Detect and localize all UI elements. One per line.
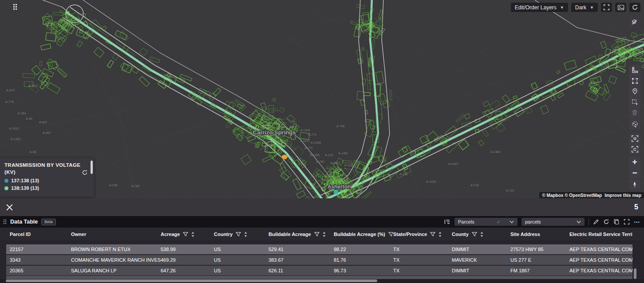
col-header-country[interactable]: Country (214, 232, 269, 237)
layers-clear-button[interactable] (628, 16, 640, 28)
parcel-code-label: A-919 (277, 126, 285, 129)
selected-feature-dot[interactable] (282, 155, 288, 159)
col-header-parcel-id[interactable]: Parcel ID (10, 232, 71, 237)
table-row[interactable]: 3343 COMANCHE MAVERICK RANCH INVESTMENTS… (6, 255, 632, 265)
measure-button[interactable] (629, 65, 640, 75)
cell-acreage: 647.26 (161, 268, 214, 273)
filter-icon[interactable] (472, 232, 477, 237)
parcel-code-label: A-973 (6, 89, 15, 92)
delete-selection-button[interactable] (629, 107, 640, 118)
reset-view-button[interactable] (629, 144, 640, 154)
sort-icon[interactable] (480, 232, 483, 237)
parcel-code-label: A-716 (470, 184, 479, 187)
drop-pin-button[interactable] (629, 86, 640, 97)
parcel-code-label: A-771 (304, 146, 313, 149)
table-row-partial[interactable] (6, 276, 632, 279)
drag-handle-icon[interactable] (4, 220, 6, 224)
lasso-icon (631, 121, 639, 128)
horizontal-scrollbar-thumb[interactable] (6, 279, 377, 282)
filter-icon[interactable] (388, 232, 393, 237)
table-row[interactable]: 20365 SALUGA RANCH LP 647.26 US 626.11 9… (6, 266, 632, 275)
parcel-code-label: A-760 (316, 160, 324, 163)
legend-refresh-button[interactable] (82, 169, 88, 177)
edit-order-layers-dropdown[interactable]: Edit/Order Layers ▼ (511, 3, 568, 12)
parcel-code-label: A-1306 (300, 129, 310, 132)
parcel-code-label: A-40 (26, 117, 32, 120)
cell-county: DIMMIT (452, 268, 510, 273)
col-header-owner[interactable]: Owner (71, 232, 161, 237)
cell-territory: AEP TEXAS CENTRAL COMPANY/RIO (569, 257, 632, 263)
cell-parcel-id: 22157 (10, 247, 71, 252)
fullscreen-button[interactable] (601, 3, 612, 12)
col-header-state[interactable]: State/Province (393, 232, 452, 237)
map-canvas[interactable]: A-973A-1017A-776A-364A-40A-847A-1413A-96… (0, 0, 644, 198)
legend-item-label: 137:138 (13) (11, 178, 39, 183)
sort-icon[interactable] (323, 232, 326, 237)
lasso-select-button[interactable] (629, 119, 640, 130)
town-dot[interactable] (334, 190, 339, 195)
ellipsis-icon: ⋯ (634, 220, 640, 224)
center-focus-icon (631, 135, 639, 142)
parcel-code-label: A-782 (131, 185, 140, 188)
map-style-dropdown[interactable]: Dark ▼ (571, 3, 598, 12)
col-header-acreage[interactable]: Acreage (161, 232, 214, 237)
more-options-button[interactable]: ⋯ (634, 220, 640, 224)
col-header-site-address[interactable]: Site Address (510, 232, 569, 237)
drag-handle-icon[interactable] (13, 4, 17, 10)
map-toolbar: Edit/Order Layers ▼ Dark ▼ (511, 3, 640, 12)
layer-select-value: Parcels (458, 219, 494, 224)
table-header-row: Parcel ID Owner Acreage Country Buildabl… (0, 228, 644, 241)
filter-icon[interactable] (314, 232, 320, 237)
parcel-code-label: A-773 (308, 133, 316, 136)
cell-buildable-acreage-pct: 81.76 (334, 257, 393, 263)
polygon-select-button[interactable] (629, 97, 640, 107)
refresh-map-button[interactable] (629, 3, 640, 12)
col-header-buildable-acreage[interactable]: Buildable Acreage (269, 232, 334, 237)
vertical-scrollbar-thumb[interactable] (634, 268, 636, 279)
col-header-county[interactable]: County (452, 232, 510, 237)
sort-icon[interactable] (191, 232, 194, 237)
screenshot-button[interactable] (615, 3, 626, 12)
cell-site-address: US 277 E (510, 257, 569, 263)
rectangle-select-button[interactable] (629, 75, 640, 86)
filter-icon[interactable] (430, 232, 435, 237)
copy-table-button[interactable] (613, 219, 620, 225)
filter-list-button[interactable] (444, 219, 450, 225)
cell-county: DIMMIT (452, 247, 510, 252)
close-button[interactable] (6, 204, 13, 211)
parcel-code-label: A-1447 (448, 162, 458, 165)
cell-territory: AEP TEXAS CENTRAL COMPANY/MED (569, 247, 632, 252)
layer-select-dropdown[interactable]: Parcels ✓ (454, 218, 518, 226)
filter-icon[interactable] (183, 232, 188, 237)
col-header-buildable-acreage-pct[interactable]: Buildable Acreage (%) (334, 232, 393, 237)
legend-item[interactable]: 138:139 (13) (4, 185, 81, 191)
table-row[interactable]: 22157 BROWN ROBERT N ETUX 538.99 US 529.… (6, 244, 632, 254)
compass-button[interactable] (629, 179, 640, 190)
table-select-dropdown[interactable]: parcels (522, 218, 585, 226)
zoom-in-button[interactable]: + (629, 156, 640, 167)
plus-icon: + (632, 157, 637, 167)
cell-country: US (214, 268, 269, 273)
app-root: A-973A-1017A-776A-364A-40A-847A-1413A-96… (0, 0, 644, 283)
filter-icon[interactable] (236, 232, 241, 237)
legend-item[interactable]: 137:138 (13) (4, 178, 81, 183)
edit-table-button[interactable] (593, 219, 599, 225)
zoom-out-button[interactable]: − (629, 167, 640, 178)
col-header-territory[interactable]: Electric Retail Service Territory (569, 232, 632, 237)
refresh-table-button[interactable] (603, 219, 609, 225)
sort-icon[interactable] (244, 232, 247, 237)
cell-country: US (214, 247, 269, 252)
sort-icon[interactable] (439, 232, 442, 237)
parcel-code-label: A-1141 (300, 139, 310, 142)
parcel-code-label: A-1448 (311, 141, 321, 144)
map-style-label: Dark (575, 4, 586, 11)
parcel-code-label: A-936 (109, 184, 118, 187)
improve-map-link[interactable]: Improve this map (604, 193, 641, 198)
cell-owner: BROWN ROBERT N ETUX (71, 247, 161, 252)
cell-state: TX (393, 257, 452, 263)
cell-parcel-id: 3343 (10, 257, 71, 263)
legend-scrollbar[interactable] (91, 161, 93, 174)
expand-table-button[interactable] (624, 219, 630, 225)
center-on-selection-button[interactable] (629, 133, 640, 144)
parcel-code-label: A-364 (18, 112, 26, 115)
